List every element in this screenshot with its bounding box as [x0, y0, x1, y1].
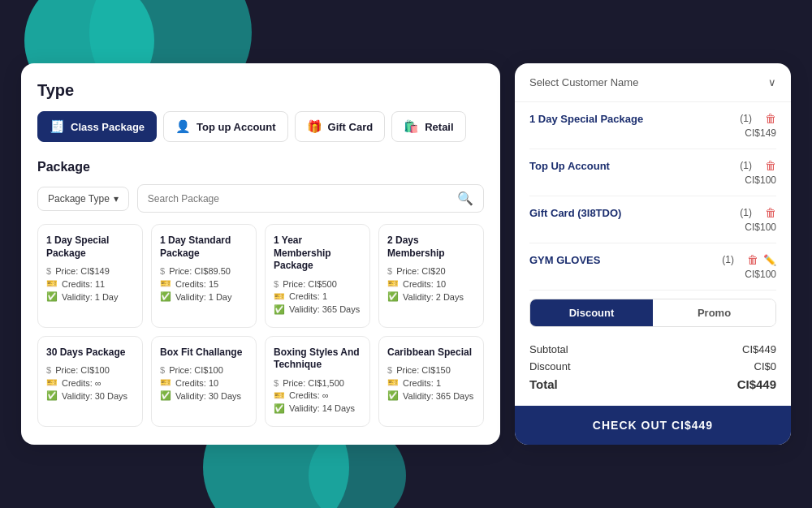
type-tab-gift-card[interactable]: 🎁Gift Card [295, 111, 386, 142]
package-card[interactable]: 1 Year Membership Package $ Price: CI$50… [265, 224, 370, 328]
cart-item-price: CI$100 [745, 269, 776, 280]
credits-icon: 🎫 [274, 291, 285, 302]
package-type-dropdown[interactable]: Package Type ▾ [37, 187, 129, 211]
promo-tab[interactable]: Promo [653, 299, 775, 326]
tab-icon-gift-card: 🎁 [307, 119, 322, 134]
checkout-button[interactable]: CHECK OUT CI$449 [515, 406, 791, 445]
package-validity: ✅ Validity: 30 Days [160, 390, 248, 401]
credits-icon: 🎫 [387, 278, 399, 289]
package-credits: 🎫 Credits: 10 [387, 278, 475, 289]
price-icon: $ [274, 279, 279, 289]
package-credits: 🎫 Credits: 1 [274, 291, 361, 302]
cart-item-name: GYM GLOVES [529, 254, 600, 266]
price-icon: $ [46, 365, 51, 375]
delete-icon[interactable]: 🗑 [765, 206, 776, 219]
cart-item-actions: (1) 🗑 [732, 159, 776, 172]
cart-item-actions: (1) 🗑 [732, 206, 776, 219]
package-credits: 🎫 Credits: ∞ [46, 377, 134, 388]
customer-dropdown[interactable]: Select Customer Name ∨ [515, 63, 791, 102]
dropdown-chevron-icon: ▾ [114, 193, 119, 204]
tab-label-retail: Retail [425, 121, 453, 133]
type-tab-class-package[interactable]: 🧾Class Package [37, 111, 157, 142]
filters: Package Type ▾ 🔍 [37, 184, 484, 213]
package-card[interactable]: 30 Days Package $ Price: CI$100 🎫 Credit… [37, 336, 143, 427]
price-icon: $ [387, 365, 392, 375]
type-tabs: 🧾Class Package👤Top up Account🎁Gift Card🛍… [37, 111, 484, 142]
credits-icon: 🎫 [46, 278, 58, 289]
validity-icon: ✅ [160, 390, 171, 401]
price-icon: $ [160, 365, 165, 375]
delete-icon[interactable]: 🗑 [765, 112, 776, 125]
package-type-label: Package Type [48, 193, 110, 204]
validity-icon: ✅ [387, 390, 399, 401]
package-validity: ✅ Validity: 30 Days [46, 390, 134, 401]
validity-icon: ✅ [274, 304, 285, 315]
package-credits: 🎫 Credits: 10 [160, 377, 248, 388]
tab-icon-top-up-account: 👤 [175, 119, 191, 134]
search-input[interactable] [148, 193, 452, 204]
cart-item-row: Gift Card (3I8TDO) (1) 🗑 [529, 206, 776, 219]
package-card[interactable]: 2 Days Membership $ Price: CI$20 🎫 Credi… [378, 224, 484, 328]
discount-value: CI$0 [754, 360, 776, 372]
cart-items: 1 Day Special Package (1) 🗑 CI$149 Top U… [515, 102, 791, 291]
tab-icon-class-package: 🧾 [50, 119, 65, 134]
packages-grid: 1 Day Special Package $ Price: CI$149 🎫 … [37, 224, 484, 427]
package-card-title: Boxing Styles And Technique [274, 347, 361, 372]
type-tab-top-up-account[interactable]: 👤Top up Account [163, 111, 287, 142]
package-credits: 🎫 Credits: 11 [46, 278, 134, 289]
tab-label-class-package: Class Package [71, 121, 145, 133]
cart-item: Gift Card (3I8TDO) (1) 🗑 CI$100 [529, 196, 776, 243]
totals: Subtotal CI$449 Discount CI$0 Total CI$4… [515, 335, 791, 401]
delete-icon[interactable]: 🗑 [765, 159, 776, 172]
cart-item-price: CI$149 [745, 127, 776, 139]
package-validity: ✅ Validity: 1 Day [46, 291, 134, 302]
total-value: CI$449 [737, 377, 776, 391]
credits-icon: 🎫 [160, 278, 171, 289]
package-credits: 🎫 Credits: 1 [387, 377, 475, 388]
package-card[interactable]: Box Fit Challange $ Price: CI$100 🎫 Cred… [151, 336, 257, 427]
type-tab-retail[interactable]: 🛍️Retail [391, 111, 465, 142]
cart-item-row: GYM GLOVES (1) 🗑 ✏️ [529, 253, 776, 266]
cart-item: GYM GLOVES (1) 🗑 ✏️ CI$100 [529, 243, 776, 291]
package-card-title: 30 Days Package [46, 347, 134, 359]
cart-item-qty: (1) [740, 113, 752, 124]
cart-item-row: Top Up Account (1) 🗑 [529, 159, 776, 172]
cart-item: 1 Day Special Package (1) 🗑 CI$149 [529, 102, 776, 149]
price-icon: $ [46, 266, 51, 276]
search-icon: 🔍 [457, 191, 473, 206]
tab-label-top-up-account: Top up Account [197, 121, 275, 133]
cart-item-actions: (1) 🗑 [732, 112, 776, 125]
cart-item: Top Up Account (1) 🗑 CI$100 [529, 149, 776, 196]
package-card[interactable]: Caribbean Special $ Price: CI$150 🎫 Cred… [378, 336, 484, 427]
credits-icon: 🎫 [274, 390, 285, 401]
discount-tab[interactable]: Discount [530, 299, 653, 326]
subtotal-row: Subtotal CI$449 [529, 343, 776, 355]
cart-item-name: 1 Day Special Package [529, 113, 643, 125]
total-label: Total [529, 377, 558, 391]
package-price: $ Price: CI$89.50 [160, 266, 248, 276]
edit-icon[interactable]: ✏️ [763, 254, 776, 266]
package-price: $ Price: CI$100 [160, 365, 248, 375]
subtotal-value: CI$449 [742, 343, 776, 355]
package-card[interactable]: 1 Day Special Package $ Price: CI$149 🎫 … [37, 224, 143, 328]
price-icon: $ [274, 378, 279, 388]
cart-item-price-row: CI$100 [529, 219, 776, 233]
validity-icon: ✅ [387, 291, 399, 302]
left-panel: Type 🧾Class Package👤Top up Account🎁Gift … [21, 63, 500, 445]
package-card-title: 1 Day Standard Package [160, 235, 248, 260]
package-section-title: Package [37, 160, 484, 174]
price-icon: $ [387, 266, 392, 276]
cart-item-price: CI$100 [745, 174, 776, 186]
package-card[interactable]: 1 Day Standard Package $ Price: CI$89.50… [151, 224, 257, 328]
package-card[interactable]: Boxing Styles And Technique $ Price: CI$… [265, 336, 370, 427]
discount-promo-tabs: Discount Promo [529, 299, 776, 327]
cart-item-name: Top Up Account [529, 160, 610, 172]
package-card-title: Caribbean Special [387, 347, 475, 359]
cart-item-price-row: CI$100 [529, 266, 776, 280]
content-wrapper: Type 🧾Class Package👤Top up Account🎁Gift … [5, 47, 807, 461]
delete-icon[interactable]: 🗑 [747, 253, 758, 266]
discount-row: Discount CI$0 [529, 360, 776, 372]
discount-label: Discount [529, 360, 571, 372]
cart-item-qty: (1) [722, 254, 734, 265]
price-icon: $ [160, 266, 165, 276]
